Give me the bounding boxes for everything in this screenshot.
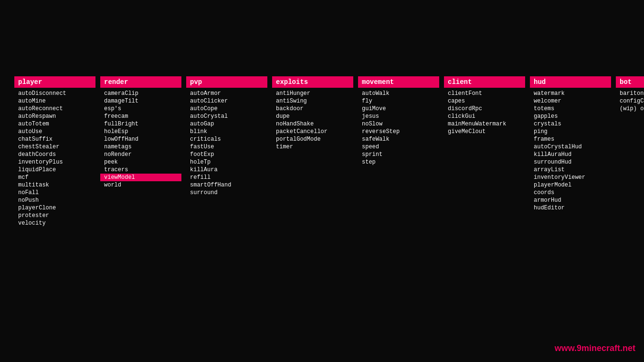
category-header-render[interactable]: render [100, 76, 181, 88]
item-hud-totems[interactable]: totems [530, 105, 611, 113]
item-player-autoReconnect[interactable]: autoReconnect [14, 105, 95, 113]
item-player-autoUse[interactable]: autoUse [14, 128, 95, 135]
item-hud-watermark[interactable]: watermark [530, 90, 611, 97]
item-client-clickGui[interactable]: clickGui [444, 113, 525, 120]
category-header-player[interactable]: player [14, 76, 95, 88]
item-hud-surroundHud[interactable]: surroundHud [530, 158, 611, 166]
item-render-viewModel[interactable]: viewModel [100, 174, 181, 181]
category-bot: botbaritoneconfigCrystal(wip) offHandBot [616, 76, 644, 113]
item-render-freecam[interactable]: freecam [100, 113, 181, 120]
item-render-holeEsp[interactable]: holeEsp [100, 128, 181, 135]
item-hud-autoCrystalHud[interactable]: autoCrystalHud [530, 143, 611, 151]
item-movement-safeWalk[interactable]: safeWalk [358, 135, 439, 143]
item-movement-fly[interactable]: fly [358, 97, 439, 105]
item-hud-armorHud[interactable]: armorHud [530, 197, 611, 204]
category-header-exploits[interactable]: exploits [272, 76, 353, 88]
item-player-playerClone[interactable]: playerClone [14, 204, 95, 212]
item-player-inventoryPlus[interactable]: inventoryPlus [14, 158, 95, 166]
item-pvp-criticals[interactable]: criticals [186, 135, 267, 143]
category-client: clientclientFontcapesdiscordRpcclickGuim… [444, 76, 525, 135]
item-render-noRender[interactable]: noRender [100, 151, 181, 158]
item-pvp-killAura[interactable]: killAura [186, 166, 267, 174]
item-hud-gapples[interactable]: gapples [530, 113, 611, 120]
item-render-damageTilt[interactable]: damageTilt [100, 97, 181, 105]
item-hud-killAuraHud[interactable]: killAuraHud [530, 151, 611, 158]
category-header-movement[interactable]: movement [358, 76, 439, 88]
item-pvp-autoCrystal[interactable]: autoCrystal [186, 113, 267, 120]
item-render-cameraClip[interactable]: cameraClip [100, 90, 181, 97]
item-exploits-noHandShake[interactable]: noHandShake [272, 120, 353, 128]
category-pvp: pvpautoArmorautoClickerautoCopeautoCryst… [186, 76, 267, 197]
item-pvp-blink[interactable]: blink [186, 128, 267, 135]
category-header-pvp[interactable]: pvp [186, 76, 267, 88]
item-bot-(wip)_offHandBot[interactable]: (wip) offHandBot [616, 105, 644, 113]
item-movement-jesus[interactable]: jesus [358, 113, 439, 120]
item-pvp-autoCope[interactable]: autoCope [186, 105, 267, 113]
item-player-noPush[interactable]: noPush [14, 197, 95, 204]
item-client-giveMeClout[interactable]: giveMeClout [444, 128, 525, 135]
item-hud-frames[interactable]: frames [530, 135, 611, 143]
item-bot-baritone[interactable]: baritone [616, 90, 644, 97]
item-render-world[interactable]: world [100, 181, 181, 189]
item-player-liquidPlace[interactable]: liquidPlace [14, 166, 95, 174]
category-header-hud[interactable]: hud [530, 76, 611, 88]
item-exploits-dupe[interactable]: dupe [272, 113, 353, 120]
item-hud-arrayList[interactable]: arrayList [530, 166, 611, 174]
item-player-mcf[interactable]: mcf [14, 174, 95, 181]
item-exploits-timer[interactable]: timer [272, 143, 353, 151]
item-hud-hudEditor[interactable]: hudEditor [530, 204, 611, 212]
item-client-discordRpc[interactable]: discordRpc [444, 105, 525, 113]
item-pvp-fastUse[interactable]: fastUse [186, 143, 267, 151]
item-hud-inventoryViewer[interactable]: inventoryViewer [530, 174, 611, 181]
item-player-autoDisconnect[interactable]: autoDisconnect [14, 90, 95, 97]
item-pvp-autoGap[interactable]: autoGap [186, 120, 267, 128]
item-player-noFall[interactable]: noFall [14, 189, 95, 197]
item-hud-coords[interactable]: coords [530, 189, 611, 197]
item-render-nametags[interactable]: nametags [100, 143, 181, 151]
item-player-protester[interactable]: protester [14, 212, 95, 219]
item-hud-ping[interactable]: ping [530, 128, 611, 135]
item-render-tracers[interactable]: tracers [100, 166, 181, 174]
item-movement-speed[interactable]: speed [358, 143, 439, 151]
category-header-client[interactable]: client [444, 76, 525, 88]
item-movement-guiMove[interactable]: guiMove [358, 105, 439, 113]
item-exploits-packetCancellor[interactable]: packetCancellor [272, 128, 353, 135]
item-movement-step[interactable]: step [358, 158, 439, 166]
item-movement-reverseStep[interactable]: reverseStep [358, 128, 439, 135]
item-player-chatSuffix[interactable]: chatSuffix [14, 135, 95, 143]
item-movement-sprint[interactable]: sprint [358, 151, 439, 158]
item-player-autoTotem[interactable]: autoTotem [14, 120, 95, 128]
item-client-capes[interactable]: capes [444, 97, 525, 105]
item-pvp-surround[interactable]: surround [186, 189, 267, 197]
item-bot-configCrystal[interactable]: configCrystal [616, 97, 644, 105]
item-movement-autoWalk[interactable]: autoWalk [358, 90, 439, 97]
item-movement-noSlow[interactable]: noSlow [358, 120, 439, 128]
item-pvp-smartOffHand[interactable]: smartOffHand [186, 181, 267, 189]
item-pvp-autoClicker[interactable]: autoClicker [186, 97, 267, 105]
item-hud-playerModel[interactable]: playerModel [530, 181, 611, 189]
item-pvp-footExp[interactable]: footExp [186, 151, 267, 158]
item-player-deathCoords[interactable]: deathCoords [14, 151, 95, 158]
item-hud-welcomer[interactable]: welcomer [530, 97, 611, 105]
item-player-autoRespawn[interactable]: autoRespawn [14, 113, 95, 120]
item-exploits-antiHunger[interactable]: antiHunger [272, 90, 353, 97]
item-render-peek[interactable]: peek [100, 158, 181, 166]
item-player-chestStealer[interactable]: chestStealer [14, 143, 95, 151]
item-client-mainMenuWatermark[interactable]: mainMenuWatermark [444, 120, 525, 128]
item-render-esp's[interactable]: esp's [100, 105, 181, 113]
item-render-lowOffHand[interactable]: lowOffHand [100, 135, 181, 143]
item-pvp-holeTp[interactable]: holeTp [186, 158, 267, 166]
item-render-fullBright[interactable]: fullBright [100, 120, 181, 128]
item-exploits-portalGodMode[interactable]: portalGodMode [272, 135, 353, 143]
item-player-velocity[interactable]: velocity [14, 219, 95, 227]
item-pvp-refill[interactable]: refill [186, 174, 267, 181]
category-header-bot[interactable]: bot [616, 76, 644, 88]
item-client-clientFont[interactable]: clientFont [444, 90, 525, 97]
item-player-multitask[interactable]: multitask [14, 181, 95, 189]
item-player-autoMine[interactable]: autoMine [14, 97, 95, 105]
item-pvp-autoArmor[interactable]: autoArmor [186, 90, 267, 97]
item-exploits-backdoor[interactable]: backdoor [272, 105, 353, 113]
item-exploits-antiSwing[interactable]: antiSwing [272, 97, 353, 105]
item-hud-crystals[interactable]: crystals [530, 120, 611, 128]
category-player: playerautoDisconnectautoMineautoReconnec… [14, 76, 95, 227]
